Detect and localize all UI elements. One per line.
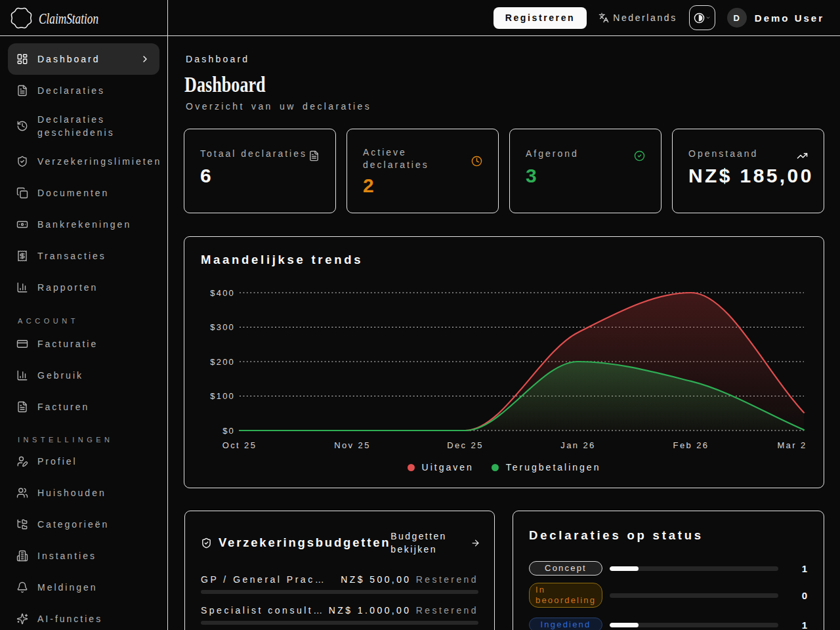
svg-text:$200: $200 <box>210 357 235 367</box>
svg-text:Jan 26: Jan 26 <box>560 440 595 450</box>
svg-text:Feb 26: Feb 26 <box>673 440 709 450</box>
svg-text:$100: $100 <box>210 391 235 401</box>
svg-text:$300: $300 <box>210 322 235 332</box>
svg-text:Dec 25: Dec 25 <box>447 440 484 450</box>
svg-text:$0: $0 <box>222 426 235 436</box>
svg-text:Mar 2: Mar 2 <box>777 440 807 450</box>
svg-text:Nov 25: Nov 25 <box>334 440 371 450</box>
svg-text:$400: $400 <box>210 288 235 298</box>
svg-text:Oct 25: Oct 25 <box>222 440 257 450</box>
